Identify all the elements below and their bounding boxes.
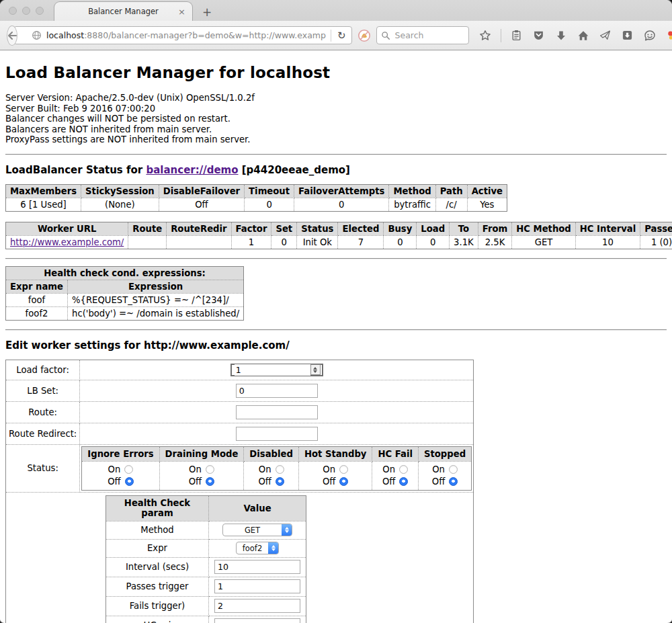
cell-status: Init Ok	[297, 235, 338, 249]
ignore-errors-on-radio[interactable]	[124, 465, 133, 474]
cell-routeredir	[167, 235, 231, 249]
bookmark-star-icon[interactable]	[478, 29, 492, 42]
col-to: To	[450, 222, 478, 235]
note-persist: Balancer changes will NOT be persisted o…	[5, 114, 667, 124]
hc-row-method: Method GET	[106, 521, 306, 539]
minimize-window-button[interactable]	[22, 7, 30, 15]
disabled-on-radio[interactable]	[276, 465, 284, 474]
cell-load: 0	[417, 235, 450, 249]
clipboard-icon[interactable]	[510, 29, 523, 42]
off-label: Off	[323, 476, 335, 488]
cell-to: 3.1K	[450, 235, 478, 249]
download-panel-icon[interactable]	[621, 29, 634, 42]
window-controls	[9, 7, 44, 15]
balancer-demo-link[interactable]: balancer://demo	[146, 164, 238, 176]
divider	[5, 258, 667, 259]
tab-close-icon[interactable]: ×	[178, 7, 185, 16]
col-worker-url: Worker URL	[6, 222, 128, 235]
back-button[interactable]	[7, 26, 17, 46]
tab-balancer-manager[interactable]: Balancer Manager ×	[54, 1, 193, 21]
col-active: Active	[467, 184, 507, 198]
fails-input[interactable]	[214, 599, 300, 613]
expr-select[interactable]: foof2	[236, 542, 279, 554]
hc-fail-on-radio[interactable]	[399, 465, 408, 474]
search-input[interactable]	[394, 30, 464, 41]
stopped-off-radio[interactable]	[449, 477, 458, 486]
col-load: Load	[417, 222, 450, 235]
home-icon[interactable]	[577, 29, 590, 42]
hcuri-input[interactable]	[214, 618, 300, 623]
lb-set-input[interactable]	[236, 384, 318, 398]
close-window-button[interactable]	[9, 7, 17, 15]
col-stickysession: StickySession	[81, 184, 159, 198]
cell-from: 2.5K	[478, 235, 511, 249]
download-arrow-icon[interactable]	[554, 29, 568, 42]
expr-value-cell: foof2	[209, 539, 306, 557]
colored-dots-extension-icon[interactable]	[665, 29, 672, 42]
lb-set-cell	[80, 380, 474, 401]
reload-button[interactable]: ↻	[336, 30, 351, 42]
worker-table: Worker URL Route RouteRedir Factor Set S…	[5, 222, 672, 249]
lb-set-label: LB Set:	[6, 380, 80, 401]
paper-plane-icon[interactable]	[599, 29, 612, 42]
col-hc-param: Health Check param	[106, 495, 209, 521]
off-label: Off	[189, 476, 202, 488]
content-blocked-icon[interactable]	[358, 29, 371, 42]
hc-fail-off-radio[interactable]	[399, 477, 408, 486]
passes-label: Passes trigger	[106, 577, 209, 596]
col-draining-mode: Draining Mode	[159, 446, 244, 461]
url-path: :8880/balancer-manager?b=demo&w=http://w…	[84, 30, 326, 40]
cell-active: Yes	[467, 198, 507, 211]
tab-bar: Balancer Manager × +	[0, 0, 672, 21]
expr-table-title: Health check cond. expressions:	[6, 266, 244, 280]
globe-icon[interactable]	[32, 30, 42, 40]
hot-standby-on-radio[interactable]	[339, 465, 348, 474]
hot-standby-off-radio[interactable]	[339, 477, 348, 486]
server-built: Server Built: Feb 9 2016 07:00:20	[5, 103, 667, 114]
select-stepper-icon	[282, 524, 292, 536]
cell-timeout: 0	[245, 198, 294, 211]
col-factor: Factor	[231, 222, 271, 235]
cell-expression: %{REQUEST_STATUS} =~ /^[234]/	[68, 293, 244, 306]
expr-row-foof2: foof2 hc('body') =~ /domain is establish…	[6, 306, 244, 320]
ignore-errors-off-radio[interactable]	[125, 477, 134, 486]
url-text[interactable]: localhost:8880/balancer-manager?b=demo&w…	[46, 30, 326, 40]
col-disabled: Disabled	[244, 446, 299, 461]
hc-header-row: Health Check param Value	[106, 495, 306, 521]
load-factor-input[interactable]	[235, 364, 310, 376]
col-expr-name: Expr name	[6, 280, 68, 293]
expr-row-foof: foof %{REQUEST_STATUS} =~ /^[234]/	[6, 293, 244, 306]
zoom-window-button[interactable]	[36, 7, 44, 15]
cell-failoverattempts: 0	[294, 198, 389, 211]
method-select[interactable]: GET	[222, 524, 292, 536]
passes-input[interactable]	[214, 579, 300, 593]
draining-mode-on-radio[interactable]	[206, 465, 214, 474]
number-spinner-icon[interactable]	[310, 364, 321, 375]
draining-mode-off-radio[interactable]	[206, 477, 214, 486]
interval-input[interactable]	[214, 560, 300, 574]
smiley-icon[interactable]	[643, 29, 657, 42]
route-redirect-input[interactable]	[236, 427, 318, 441]
pocket-icon[interactable]	[532, 29, 546, 42]
ignore-errors-radios: On Off	[82, 461, 159, 490]
balancer-data-row: 6 [1 Used] (None) Off 0 0 bytraffic /c/ …	[6, 198, 507, 211]
row-lb-set: LB Set:	[6, 380, 474, 401]
col-route: Route	[128, 222, 167, 235]
select-stepper-icon	[268, 542, 278, 554]
worker-url-link[interactable]: http://www.example.com/	[10, 237, 124, 247]
edit-worker-form: Load factor: LB Set: Route: Route Redire…	[5, 360, 474, 623]
cell-set: 0	[271, 235, 297, 249]
stopped-on-radio[interactable]	[449, 465, 458, 474]
hc-row-hcuri: HC uri	[106, 616, 306, 623]
urlbar-divider	[331, 30, 331, 42]
search-bar[interactable]	[376, 26, 469, 44]
new-tab-button[interactable]: +	[202, 7, 212, 18]
disabled-off-radio[interactable]	[276, 477, 284, 486]
cell-elected: 7	[338, 235, 384, 249]
toolbar-icons: ▾	[478, 29, 672, 42]
on-label: On	[259, 464, 271, 476]
col-hc-value: Value	[209, 495, 306, 521]
route-input[interactable]	[236, 405, 318, 419]
url-bar[interactable]: localhost:8880/balancer-manager?b=demo&w…	[13, 26, 352, 44]
cell-expr-name: foof	[6, 293, 68, 306]
